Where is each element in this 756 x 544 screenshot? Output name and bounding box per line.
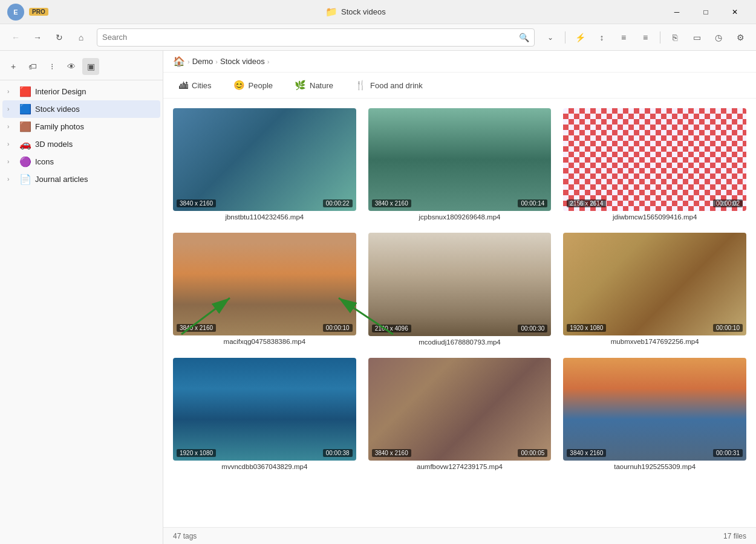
content-area: 🏠 › Demo › Stock videos › 🏙 Cities 😊 Peo… xyxy=(163,51,756,544)
sidebar-separator xyxy=(0,80,163,80)
tag-food-drink[interactable]: 🍴 Food and drink xyxy=(349,77,429,93)
sidebar-item-icon-2: 🟦 xyxy=(19,103,31,115)
tag-people[interactable]: 😊 People xyxy=(227,77,279,93)
video-item-3[interactable]: 3840 x 216000:00:10macifxqg0475838386.mp… xyxy=(173,233,356,345)
video-thumb-4: 2160 x 409600:00:30 xyxy=(368,233,552,335)
search-dropdown-button[interactable]: ⌄ xyxy=(541,28,560,47)
video-thumb-8: 3840 x 216000:00:31 xyxy=(563,358,746,461)
video-res-badge-8: 3840 x 2160 xyxy=(567,449,606,457)
video-name-7: aumfbovw1274239175.mp4 xyxy=(368,463,552,470)
video-name-2: jdiwbmcw1565099416.mp4 xyxy=(563,213,746,221)
sidebar-item-journal-articles[interactable]: › 📄 Journal articles xyxy=(2,170,160,188)
search-input[interactable] xyxy=(102,33,515,42)
settings-button[interactable]: ⚙ xyxy=(731,28,750,47)
video-thumb-5: 1920 x 108000:00:10 xyxy=(563,233,746,335)
sidebar-toggle-button[interactable]: ▭ xyxy=(687,28,706,47)
video-res-badge-5: 1920 x 1080 xyxy=(567,324,606,332)
sidebar-preview-button[interactable]: 👁 xyxy=(63,58,80,75)
breadcrumb-demo[interactable]: Demo xyxy=(192,57,213,66)
avatar: E xyxy=(7,4,24,21)
titlebar-left: E PRO xyxy=(7,4,48,21)
pro-badge: PRO xyxy=(29,8,48,16)
home-button[interactable]: ⌂ xyxy=(71,28,91,47)
toolbar-separator-1 xyxy=(565,31,565,44)
breadcrumb-stock-videos[interactable]: Stock videos xyxy=(220,57,265,66)
statusbar: 47 tags 17 files xyxy=(163,527,756,544)
video-name-6: mvvncdbb0367043829.mp4 xyxy=(173,463,356,470)
video-item-5[interactable]: 1920 x 108000:00:10mubmxveb1747692256.mp… xyxy=(563,233,746,345)
sidebar-tag-button[interactable]: 🏷 xyxy=(24,58,41,75)
sidebar-item-arrow-3: › xyxy=(7,123,16,130)
nature-icon: 🌿 xyxy=(295,80,306,91)
back-button[interactable]: ← xyxy=(6,28,25,47)
video-item-7[interactable]: 3840 x 216000:00:05aumfbovw1274239175.mp… xyxy=(368,358,552,470)
video-name-8: taournuh1925255309.mp4 xyxy=(563,463,746,470)
sidebar-toolbar: + 🏷 ⁝ 👁 ▣ xyxy=(0,56,163,77)
files-count: 17 files xyxy=(723,532,746,540)
video-thumb-1: 3840 x 216000:00:14 xyxy=(368,108,552,211)
tags-count: 47 tags xyxy=(173,532,197,540)
tag-cities[interactable]: 🏙 Cities xyxy=(173,78,218,93)
sidebar-item-label-6: Journal articles xyxy=(35,175,153,184)
video-item-8[interactable]: 3840 x 216000:00:31taournuh1925255309.mp… xyxy=(563,358,746,470)
sidebar-item-arrow-6: › xyxy=(7,176,16,183)
home-icon[interactable]: 🏠 xyxy=(173,56,185,67)
sidebar: + 🏷 ⁝ 👁 ▣ › 🟥 Interior Design › 🟦 Stock … xyxy=(0,51,163,544)
refresh-button[interactable]: ↻ xyxy=(50,28,69,47)
forward-button[interactable]: → xyxy=(28,28,47,47)
toolbar-separator-2 xyxy=(660,31,660,44)
video-thumb-0: 3840 x 216000:00:22 xyxy=(173,108,356,211)
tag-nature-label: Nature xyxy=(310,81,333,90)
video-name-4: mcodiudj1678880793.mp4 xyxy=(368,338,552,346)
people-icon: 😊 xyxy=(233,80,245,91)
video-dur-badge-4: 00:00:30 xyxy=(518,325,547,332)
minimize-button[interactable]: ─ xyxy=(663,2,691,22)
folder-icon-title: 📁 xyxy=(325,6,337,18)
sidebar-item-icon-4: 🚗 xyxy=(19,138,31,150)
video-res-badge-6: 1920 x 1080 xyxy=(177,449,216,457)
close-button[interactable]: ✕ xyxy=(721,2,749,22)
tags-bar: 🏙 Cities 😊 People 🌿 Nature 🍴 Food and dr… xyxy=(163,73,756,99)
video-res-badge-2: 2156 x 2614 xyxy=(567,199,606,207)
video-name-3: macifxqg0475838386.mp4 xyxy=(173,338,356,345)
sidebar-add-button[interactable]: + xyxy=(5,58,22,75)
video-dur-badge-5: 00:00:10 xyxy=(713,324,743,332)
split-view-button[interactable]: ⎘ xyxy=(665,28,685,47)
menu-button[interactable]: ≡ xyxy=(636,28,655,47)
video-item-4[interactable]: 2160 x 409600:00:30mcodiudj1678880793.mp… xyxy=(368,233,552,345)
sidebar-item-icons[interactable]: › 🟣 Icons xyxy=(2,153,160,170)
breadcrumb: 🏠 › Demo › Stock videos › xyxy=(163,51,756,73)
sidebar-item-interior-design[interactable]: › 🟥 Interior Design xyxy=(2,83,160,100)
tag-nature[interactable]: 🌿 Nature xyxy=(288,77,339,93)
grid-container: 3840 x 216000:00:22jbnstbtu1104232456.mp… xyxy=(163,99,756,527)
video-dur-badge-3: 00:00:10 xyxy=(323,324,353,332)
video-name-5: mubmxveb1747692256.mp4 xyxy=(563,338,746,345)
sidebar-item-3d-models[interactable]: › 🚗 3D models xyxy=(2,135,160,153)
video-item-2[interactable]: 2156 x 261400:00:02jdiwbmcw1565099416.mp… xyxy=(563,108,746,221)
sidebar-item-family-photos[interactable]: › 🟫 Family photos xyxy=(2,118,160,135)
sidebar-item-label-5: Icons xyxy=(35,157,153,166)
history-button[interactable]: ◷ xyxy=(709,28,728,47)
video-name-1: jcpbsnux1809269648.mp4 xyxy=(368,213,552,221)
lightning-button[interactable]: ⚡ xyxy=(570,28,590,47)
sidebar-item-icon-3: 🟫 xyxy=(19,121,31,132)
sidebar-item-arrow-2: › xyxy=(7,106,16,112)
tag-people-label: People xyxy=(249,81,273,90)
sidebar-split-button[interactable]: ⁝ xyxy=(44,58,60,75)
sidebar-stack-button[interactable]: ▣ xyxy=(82,58,99,75)
list-view-button[interactable]: ≡ xyxy=(614,28,633,47)
video-item-6[interactable]: 1920 x 108000:00:38mvvncdbb0367043829.mp… xyxy=(173,358,356,470)
sidebar-item-stock-videos[interactable]: › 🟦 Stock videos xyxy=(2,100,160,118)
avatar-initial: E xyxy=(13,8,18,16)
arrows-button[interactable]: ↕ xyxy=(592,28,611,47)
maximize-button[interactable]: □ xyxy=(692,2,720,22)
sidebar-item-arrow-1: › xyxy=(7,88,16,95)
sidebar-item-arrow-5: › xyxy=(7,158,16,165)
video-item-1[interactable]: 3840 x 216000:00:14jcpbsnux1809269648.mp… xyxy=(368,108,552,221)
video-res-badge-7: 3840 x 2160 xyxy=(372,449,411,457)
sidebar-item-icon-6: 📄 xyxy=(19,173,31,185)
breadcrumb-sep-2: › xyxy=(215,58,218,65)
tag-food-drink-label: Food and drink xyxy=(370,81,423,90)
video-item-0[interactable]: 3840 x 216000:00:22jbnstbtu1104232456.mp… xyxy=(173,108,356,221)
main-layout: + 🏷 ⁝ 👁 ▣ › 🟥 Interior Design › 🟦 Stock … xyxy=(0,51,756,544)
